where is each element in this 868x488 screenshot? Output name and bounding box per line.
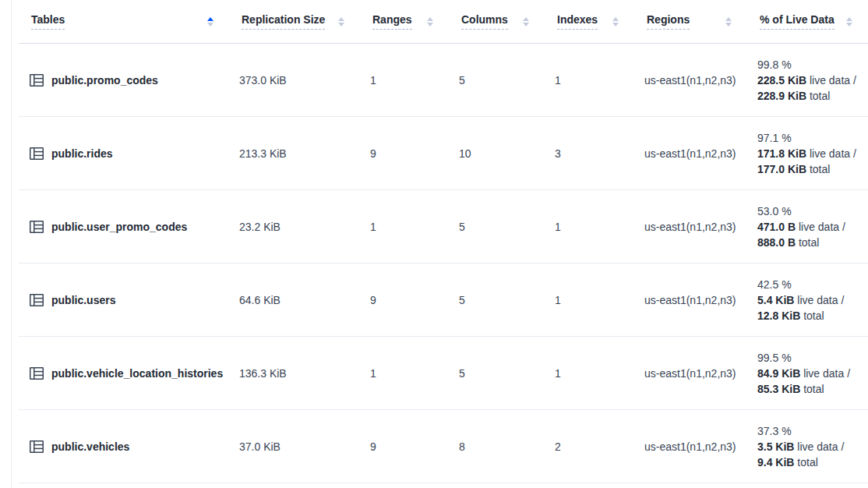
- table-row: public.promo_codes 373.0 KiB 1 5 1 us-ea…: [19, 44, 868, 117]
- total-data-amount: 9.4 KiB total: [757, 454, 868, 470]
- live-data-amount: 5.4 KiB live data /: [757, 292, 868, 308]
- column-header-label: Tables: [31, 13, 65, 30]
- live-data-cell: 53.0 % 471.0 B live data / 888.0 B total: [747, 203, 868, 250]
- table-name-link[interactable]: public.vehicle_location_histories: [51, 367, 223, 380]
- column-header-label: Indexes: [557, 13, 598, 30]
- column-header-ranges[interactable]: Ranges: [360, 13, 449, 30]
- column-header-label: % of Live Data: [760, 13, 834, 30]
- total-data-amount: 177.0 KiB total: [757, 161, 868, 177]
- columns-cell: 5: [449, 221, 545, 233]
- sort-arrows-icon[interactable]: [338, 17, 344, 27]
- ranges-cell: 1: [360, 367, 449, 380]
- table-name-cell: public.user_promo_codes: [19, 219, 229, 235]
- table-row: public.users 64.6 KiB 9 5 1 us-east1(n1,…: [19, 263, 868, 337]
- table-row: public.rides 213.3 KiB 9 10 3 us-east1(n…: [19, 117, 868, 190]
- live-data-amount: 3.5 KiB live data /: [757, 439, 868, 454]
- sort-arrows-icon[interactable]: [207, 17, 213, 27]
- column-header-label: Regions: [647, 13, 690, 30]
- total-data-amount: 888.0 B total: [757, 235, 868, 250]
- live-data-percent: 42.5 %: [757, 277, 868, 292]
- live-data-amount: 171.8 KiB live data /: [757, 146, 868, 161]
- indexes-cell: 3: [545, 147, 634, 160]
- table-name-link[interactable]: public.vehicles: [51, 440, 129, 453]
- indexes-cell: 1: [545, 294, 634, 306]
- ranges-cell: 9: [360, 147, 449, 160]
- tables-list-panel: Tables Replication Size Ranges Columns I…: [11, 0, 868, 488]
- table-name-cell: public.rides: [19, 146, 229, 161]
- columns-cell: 5: [449, 294, 545, 306]
- replication-size-cell: 213.3 KiB: [229, 147, 360, 160]
- column-header-label: Replication Size: [242, 13, 325, 30]
- column-header-regions[interactable]: Regions: [634, 13, 747, 30]
- sort-arrows-icon[interactable]: [612, 17, 619, 27]
- table-name-cell: public.vehicles: [19, 439, 229, 454]
- sort-arrows-icon[interactable]: [427, 17, 433, 27]
- live-data-percent: 99.5 %: [757, 350, 868, 366]
- regions-cell: us-east1(n1,n2,n3): [634, 294, 747, 306]
- table-name-link[interactable]: public.rides: [51, 147, 113, 160]
- column-header-label: Columns: [461, 13, 508, 30]
- table-row: public.vehicle_location_histories 136.3 …: [19, 337, 868, 410]
- live-data-percent: 99.8 %: [757, 57, 868, 72]
- live-data-percent: 97.1 %: [757, 130, 868, 146]
- indexes-cell: 2: [545, 440, 634, 453]
- regions-cell: us-east1(n1,n2,n3): [634, 440, 747, 453]
- table-name-cell: public.users: [19, 292, 229, 308]
- table-header-row: Tables Replication Size Ranges Columns I…: [19, 0, 868, 44]
- columns-cell: 8: [449, 440, 545, 453]
- regions-cell: us-east1(n1,n2,n3): [634, 367, 747, 380]
- ranges-cell: 1: [360, 221, 449, 233]
- total-data-amount: 85.3 KiB total: [757, 381, 868, 397]
- table-name-cell: public.promo_codes: [19, 72, 229, 88]
- table-icon: [29, 439, 44, 454]
- live-data-cell: 99.5 % 84.9 KiB live data / 85.3 KiB tot…: [747, 350, 868, 397]
- regions-cell: us-east1(n1,n2,n3): [634, 147, 747, 160]
- table-body: public.promo_codes 373.0 KiB 1 5 1 us-ea…: [19, 44, 868, 483]
- tables-table: Tables Replication Size Ranges Columns I…: [19, 0, 868, 483]
- indexes-cell: 1: [545, 74, 634, 87]
- indexes-cell: 1: [545, 221, 634, 233]
- column-header-indexes[interactable]: Indexes: [545, 13, 634, 30]
- live-data-amount: 84.9 KiB live data /: [757, 366, 868, 381]
- table-name-link[interactable]: public.promo_codes: [51, 74, 158, 87]
- columns-cell: 5: [449, 367, 545, 380]
- table-name-cell: public.vehicle_location_histories: [19, 366, 229, 381]
- table-row: public.user_promo_codes 23.2 KiB 1 5 1 u…: [19, 190, 868, 263]
- live-data-amount: 228.5 KiB live data /: [757, 72, 868, 88]
- column-header-live-data[interactable]: % of Live Data: [747, 13, 868, 30]
- replication-size-cell: 23.2 KiB: [229, 221, 360, 233]
- regions-cell: us-east1(n1,n2,n3): [634, 74, 747, 87]
- sort-arrows-icon[interactable]: [846, 17, 852, 27]
- table-icon: [29, 292, 44, 308]
- indexes-cell: 1: [545, 367, 634, 380]
- sort-arrows-icon[interactable]: [523, 17, 529, 27]
- replication-size-cell: 64.6 KiB: [229, 294, 360, 306]
- replication-size-cell: 136.3 KiB: [229, 367, 360, 380]
- live-data-cell: 42.5 % 5.4 KiB live data / 12.8 KiB tota…: [747, 277, 868, 324]
- ranges-cell: 1: [360, 74, 449, 87]
- column-header-tables[interactable]: Tables: [19, 13, 229, 30]
- live-data-cell: 99.8 % 228.5 KiB live data / 228.9 KiB t…: [747, 57, 868, 104]
- replication-size-cell: 37.0 KiB: [229, 440, 360, 453]
- sort-arrows-icon[interactable]: [725, 17, 732, 27]
- total-data-amount: 12.8 KiB total: [757, 308, 868, 324]
- ranges-cell: 9: [360, 294, 449, 306]
- total-data-amount: 228.9 KiB total: [757, 88, 868, 104]
- table-name-link[interactable]: public.user_promo_codes: [51, 221, 187, 233]
- table-name-link[interactable]: public.users: [51, 294, 115, 306]
- table-icon: [29, 219, 44, 235]
- regions-cell: us-east1(n1,n2,n3): [634, 221, 747, 233]
- table-icon: [29, 366, 44, 381]
- live-data-amount: 471.0 B live data /: [757, 219, 868, 235]
- table-icon: [29, 146, 44, 161]
- live-data-percent: 53.0 %: [757, 203, 868, 219]
- live-data-cell: 97.1 % 171.8 KiB live data / 177.0 KiB t…: [747, 130, 868, 177]
- live-data-cell: 37.3 % 3.5 KiB live data / 9.4 KiB total: [747, 423, 868, 470]
- column-header-replication-size[interactable]: Replication Size: [229, 13, 360, 30]
- replication-size-cell: 373.0 KiB: [229, 74, 360, 87]
- live-data-percent: 37.3 %: [757, 423, 868, 439]
- ranges-cell: 9: [360, 440, 449, 453]
- column-header-columns[interactable]: Columns: [449, 13, 545, 30]
- columns-cell: 5: [449, 74, 545, 87]
- table-icon: [29, 72, 44, 88]
